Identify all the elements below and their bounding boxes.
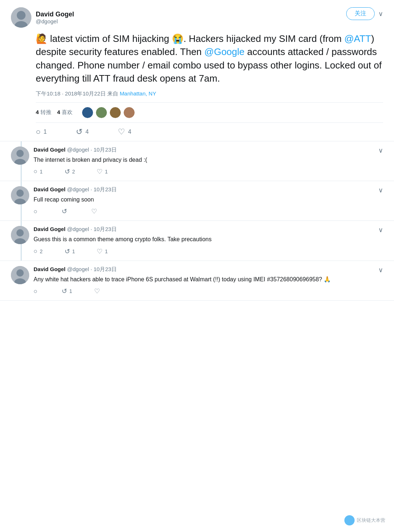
reply-rt-action-0[interactable]: ↺ 2	[65, 168, 75, 176]
tweet-text: 🙋 latest victim of SIM hijacking 😭. Hack…	[36, 32, 383, 85]
like-action[interactable]: ♡ 4	[118, 127, 131, 137]
tweet-header-left: David Gogel @dgogel	[11, 7, 74, 28]
reply-reply-action-1[interactable]: ○	[34, 208, 40, 215]
reply-reply-icon-1: ○	[34, 208, 38, 215]
tweet-header: David Gogel @dgogel 关注 ∨	[11, 7, 383, 28]
rt-count: 4	[85, 129, 89, 135]
reply-action[interactable]: ○ 1	[36, 127, 47, 137]
reply-like-icon-3: ♡	[94, 287, 100, 295]
reply-reply-icon-3: ○	[34, 287, 38, 295]
reply-actions-0: ○ 1 ↺ 2 ♡ 1	[34, 168, 383, 176]
reply-0: David Gogel @dgogel · 10月23日 ∨ The inter…	[0, 141, 394, 181]
reply-like-action-1[interactable]: ♡	[91, 207, 99, 215]
att-mention[interactable]: @ATT	[344, 33, 371, 44]
reply-actions-2: ○ 2 ↺ 1 ♡ 1	[34, 247, 383, 255]
reply-rt-icon-0: ↺	[65, 168, 70, 176]
reply-rt-count-0: 2	[72, 169, 75, 175]
reply-rt-icon-1: ↺	[62, 207, 67, 215]
main-tweet: David Gogel @dgogel 关注 ∨ 🙋 latest victim…	[0, 0, 394, 141]
tweet-header-right: 关注 ∨	[346, 7, 383, 20]
svg-point-13	[16, 269, 24, 277]
reply-reply-icon-2: ○	[34, 247, 38, 255]
like-icon: ♡	[118, 127, 125, 137]
reply-date-1: · 10月23日	[90, 186, 117, 192]
reply-like-action-0[interactable]: ♡ 1	[97, 168, 108, 176]
tweet-body: 🙋 latest victim of SIM hijacking 😭. Hack…	[11, 32, 383, 141]
liker-avatar-2	[95, 106, 108, 119]
stats-row: 4 转推 4 喜欢	[36, 103, 383, 123]
reply-name-3: David Gogel	[34, 266, 66, 272]
reply-text-0: The internet is broken and privacy is de…	[34, 156, 383, 164]
reply-user-line-2: David Gogel @dgogel · 10月23日	[34, 226, 117, 233]
reply-content-1: David Gogel @dgogel · 10月23日 ∨ Full reca…	[34, 186, 383, 215]
tweet-meta: 下午10:18 · 2018年10月22日 来自 Manhattan, NY	[36, 90, 383, 97]
reply-like-icon-2: ♡	[97, 247, 103, 255]
reply-actions-1: ○ ↺ ♡	[34, 207, 383, 215]
svg-point-4	[16, 150, 24, 157]
reply-reply-action-2[interactable]: ○ 2	[34, 247, 43, 255]
reply-handle-1: @dgogel	[67, 186, 89, 192]
reply-chevron-1[interactable]: ∨	[378, 186, 383, 194]
chevron-down-icon[interactable]: ∨	[378, 10, 383, 18]
reply-rt-action-2[interactable]: ↺ 1	[65, 247, 75, 255]
liker-avatar-3	[109, 106, 121, 119]
reply-header-3: David Gogel @dgogel · 10月23日 ∨	[34, 266, 383, 274]
reply-text-1: Full recap coming soon	[34, 196, 383, 204]
reply-handle-3: @dgogel	[67, 266, 89, 272]
reply-rt-action-1[interactable]: ↺	[62, 207, 69, 215]
follow-button[interactable]: 关注	[346, 7, 375, 20]
reply-chevron-2[interactable]: ∨	[378, 226, 383, 234]
reply-name-2: David Gogel	[34, 226, 66, 232]
reply-chevron-0[interactable]: ∨	[378, 146, 383, 154]
reply-avatar-1	[11, 186, 29, 204]
reply-user-line-1: David Gogel @dgogel · 10月23日	[34, 186, 117, 193]
reply-content-0: David Gogel @dgogel · 10月23日 ∨ The inter…	[34, 146, 383, 176]
reply-reply-action-0[interactable]: ○ 1	[34, 168, 43, 175]
reply-avatar-2	[11, 226, 29, 244]
reply-like-count-0: 1	[105, 169, 108, 175]
reply-name-1: David Gogel	[34, 186, 66, 192]
retweets-stat: 4 转推	[36, 109, 51, 116]
reply-header-0: David Gogel @dgogel · 10月23日 ∨	[34, 146, 383, 154]
reply-handle-2: @dgogel	[67, 226, 89, 232]
reply-header-1: David Gogel @dgogel · 10月23日 ∨	[34, 186, 383, 194]
reply-reply-icon-0: ○	[34, 168, 38, 175]
reply-chevron-3[interactable]: ∨	[378, 266, 383, 274]
reply-avatar-3	[11, 266, 29, 284]
reply-date-3: · 10月23日	[90, 266, 117, 272]
display-name: David Gogel	[36, 11, 74, 18]
reply-reply-action-3[interactable]: ○	[34, 287, 40, 295]
retweet-action[interactable]: ↺ 4	[76, 127, 89, 137]
reply-like-action-2[interactable]: ♡ 1	[97, 247, 108, 255]
reply-rt-icon-3: ↺	[62, 287, 67, 295]
google-mention[interactable]: @Google	[204, 46, 244, 57]
reply-like-count-2: 1	[105, 249, 108, 254]
reply-like-icon-0: ♡	[97, 168, 103, 176]
reply-3: David Gogel @dgogel · 10月23日 ∨ Any white…	[0, 261, 394, 301]
reply-1: David Gogel @dgogel · 10月23日 ∨ Full reca…	[0, 181, 394, 221]
reply-content-2: David Gogel @dgogel · 10月23日 ∨ Guess thi…	[34, 226, 383, 255]
reply-text-3: Any white hat hackers able to trace iPho…	[34, 275, 383, 283]
svg-point-7	[16, 189, 24, 197]
tweet-actions: ○ 1 ↺ 4 ♡ 4	[36, 123, 383, 141]
svg-point-10	[16, 229, 24, 236]
liker-avatar-1	[81, 106, 94, 119]
reply-like-action-3[interactable]: ♡	[94, 287, 102, 295]
liker-avatar-4	[123, 106, 135, 119]
svg-point-1	[17, 11, 26, 20]
likes-stat: 4 喜欢	[57, 109, 73, 116]
reply-icon: ○	[36, 127, 40, 137]
reply-rt-action-3[interactable]: ↺ 1	[62, 287, 72, 295]
reply-date-0: · 10月23日	[90, 146, 117, 153]
reply-handle-0: @dgogel	[67, 146, 89, 153]
reply-2: David Gogel @dgogel · 10月23日 ∨ Guess thi…	[0, 221, 394, 261]
reply-content-3: David Gogel @dgogel · 10月23日 ∨ Any white…	[34, 266, 383, 295]
reply-user-line-0: David Gogel @dgogel · 10月23日	[34, 146, 117, 153]
reply-name-0: David Gogel	[34, 146, 66, 153]
location-link[interactable]: Manhattan, NY	[120, 90, 156, 97]
timestamp: 下午10:18 · 2018年10月22日 来自	[36, 90, 118, 97]
reply-rt-count-3: 1	[69, 288, 72, 294]
reply-reply-count-2: 2	[40, 249, 43, 254]
reply-rt-count-2: 1	[72, 249, 75, 254]
reply-text-2: Guess this is a common theme among crypt…	[34, 235, 383, 243]
